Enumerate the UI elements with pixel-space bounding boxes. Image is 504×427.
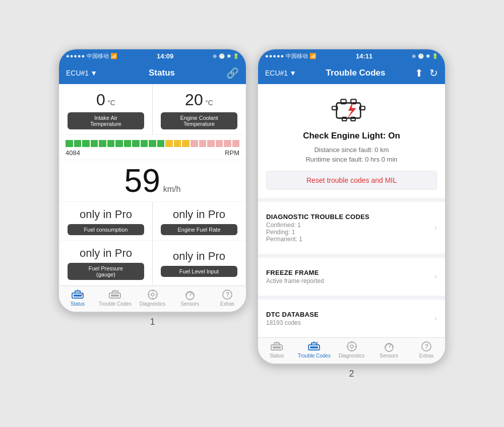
tab-sensors-2[interactable]: Sensors xyxy=(370,341,408,359)
freeze-frame-row[interactable]: FREEZE FRAME Active frame reported › xyxy=(266,264,437,290)
freeze-frame-title: FREEZE FRAME xyxy=(266,269,324,276)
trouble-tab-icon-2: ! xyxy=(307,341,321,352)
pro-label-1[interactable]: Engine Fuel Rate xyxy=(161,224,237,235)
tab-status-2[interactable]: Status xyxy=(258,341,295,359)
sensors-tab-icon-2 xyxy=(383,341,396,352)
tab-bar-1: Status ! Trouble Codes xyxy=(59,286,246,312)
iat-value: 0 xyxy=(96,91,105,109)
page-number-1: 1 xyxy=(150,317,155,327)
svg-text:?: ? xyxy=(425,343,428,350)
pro-grid-1: only in Pro Fuel consumption only in Pro… xyxy=(59,202,245,240)
tc-content: Check Engine Light: On Distance since fa… xyxy=(258,84,445,337)
ecu-selector-1[interactable]: ECU#1 ▼ xyxy=(66,69,97,77)
pro-text-3: only in Pro xyxy=(173,250,225,263)
phone1: ●●●●● 中国移动 📶 14:09 ⊕ 🕐 ✱ 🔋 ECU#1 ▼ xyxy=(58,48,247,313)
dtc-confirmed: Confirmed: 1 xyxy=(266,222,301,229)
tab-sensors-1[interactable]: Sensors xyxy=(171,289,209,307)
diag-tab-icon-2 xyxy=(345,341,358,352)
tab-status-label-1: Status xyxy=(71,301,85,307)
dtc-sub: Confirmed: 1 Pending: 1 Permanent: 1 xyxy=(266,222,369,243)
extras-tab-icon-2: ? xyxy=(420,341,433,352)
distance-text: Distance since fault: 0 km xyxy=(314,146,389,154)
dtc-row-left: DIAGNOSTIC TROUBLE CODES Confirmed: 1 Pe… xyxy=(266,213,369,243)
tab-extras-label-2: Extras xyxy=(419,353,433,359)
dtc-chevron: › xyxy=(434,223,437,232)
dtc-db-chevron: › xyxy=(434,314,437,323)
tab-diagnostics-1[interactable]: Diagnostics xyxy=(134,289,171,307)
tab-trouble-label-1: Trouble Codes xyxy=(99,301,132,307)
time-2: 14:11 xyxy=(356,52,372,60)
rpm-value: 4084 xyxy=(66,149,80,157)
dtc-title: DIAGNOSTIC TROUBLE CODES xyxy=(266,213,369,221)
tab-trouble-2[interactable]: ! Trouble Codes xyxy=(295,341,333,359)
svg-text:?: ? xyxy=(226,291,229,298)
svg-text:!: ! xyxy=(118,289,119,294)
alarm-icon-1: ⊕ xyxy=(213,53,217,59)
pro-label-2[interactable]: Fuel Pressure(gauge) xyxy=(68,263,144,280)
tab-sensors-label-1: Sensors xyxy=(180,301,199,307)
dtc-permanent: Permanent: 1 xyxy=(266,236,302,243)
rpm-unit: RPM xyxy=(225,149,239,157)
pro-label-3[interactable]: Fuel Level Input xyxy=(161,266,237,277)
wifi-icon-1: 📶 xyxy=(110,53,117,59)
content-1: 0 °C Intake AirTemperature 20 °C Engine … xyxy=(59,85,246,285)
status-bar-right-1: ⊕ 🕐 ✱ 🔋 xyxy=(213,53,239,59)
carrier-1: 中国移动 xyxy=(87,52,109,60)
bluetooth-icon-1: ✱ xyxy=(227,53,231,59)
tab-diag-label-1: Diagnostics xyxy=(140,301,166,307)
runtime-text: Runtime since fault: 0 hrs 0 min xyxy=(305,156,397,163)
speed-unit: km/h xyxy=(163,185,181,194)
pro-text-1: only in Pro xyxy=(173,208,225,221)
status-tab-icon-1 xyxy=(71,289,84,300)
diag-tab-icon-1 xyxy=(146,289,159,300)
iat-unit: °C xyxy=(107,99,115,107)
wrench-icon-1[interactable]: 🔗 xyxy=(226,67,239,79)
rpm-section: 4084 RPM xyxy=(59,135,245,160)
page-title-1: Status xyxy=(149,68,175,78)
tab-extras-2[interactable]: ? Extras xyxy=(408,341,445,359)
tab-bar-2: Status ! Trouble Codes xyxy=(258,337,445,364)
pro-text-0: only in Pro xyxy=(80,208,132,221)
pro-label-0[interactable]: Fuel consumption xyxy=(68,224,144,235)
svg-rect-1 xyxy=(74,295,82,297)
pro-cell-fuel-consumption: only in Pro Fuel consumption xyxy=(59,202,152,240)
svg-rect-27 xyxy=(273,346,281,348)
tab-trouble-1[interactable]: ! Trouble Codes xyxy=(96,289,134,307)
freeze-frame-left: FREEZE FRAME Active frame reported xyxy=(266,269,324,284)
dtc-db-row[interactable]: DTC DATABASE 18193 codes › xyxy=(266,306,437,331)
clock-icon-2: 🕐 xyxy=(418,53,424,59)
tab-status-label-2: Status xyxy=(270,353,284,359)
rpm-row: 4084 RPM xyxy=(66,149,239,157)
ect-label[interactable]: Engine CoolantTemperature xyxy=(161,112,237,129)
refresh-icon-2[interactable]: ↻ xyxy=(429,67,438,79)
page-number-2: 2 xyxy=(349,369,354,379)
phone2: ●●●●● 中国移动 📶 14:11 ⊕ 🕐 ✱ 🔋 ECU#1 ▼ xyxy=(257,48,446,365)
svg-rect-5 xyxy=(111,295,119,297)
reset-button[interactable]: Reset trouble codes and MIL xyxy=(266,171,437,190)
iat-label[interactable]: Intake AirTemperature xyxy=(68,112,144,129)
freeze-frame-section: FREEZE FRAME Active frame reported › xyxy=(258,258,445,296)
share-icon-2[interactable]: ⬆ xyxy=(415,67,423,79)
ecu-selector-2[interactable]: ECU#1 ▼ xyxy=(265,69,296,77)
svg-rect-23 xyxy=(342,117,346,120)
battery-icon-2: 🔋 xyxy=(432,53,438,59)
tab-diagnostics-2[interactable]: Diagnostics xyxy=(333,341,370,359)
pro-cell-fuel-rate: only in Pro Engine Fuel Rate xyxy=(153,202,245,240)
status-bar-1: ●●●●● 中国移动 📶 14:09 ⊕ 🕐 ✱ 🔋 xyxy=(59,49,246,63)
ecu-label-2: ECU#1 xyxy=(265,69,288,77)
svg-point-9 xyxy=(151,293,154,296)
tab-extras-1[interactable]: ? Extras xyxy=(209,289,246,307)
ect-value-wrap: 20 °C xyxy=(185,91,213,109)
carrier-2: 中国移动 xyxy=(286,52,308,60)
check-engine-title: Check Engine Light: On xyxy=(303,131,400,141)
ect-value: 20 xyxy=(185,91,203,109)
sensor-grid-1: 0 °C Intake AirTemperature 20 °C Engine … xyxy=(59,85,245,134)
signal-dots-2: ●●●●● xyxy=(265,53,284,59)
dtc-row[interactable]: DIAGNOSTIC TROUBLE CODES Confirmed: 1 Pe… xyxy=(266,208,437,248)
freeze-frame-sub: Active frame reported xyxy=(266,277,324,284)
svg-text:!: ! xyxy=(317,341,319,345)
check-engine-section: Check Engine Light: On Distance since fa… xyxy=(258,84,445,198)
speed-section: 59 km/h xyxy=(59,160,245,201)
nav-bar-2: ECU#1 ▼ Trouble Codes ⬆ ↻ xyxy=(258,63,445,84)
tab-status-1[interactable]: Status xyxy=(59,289,96,307)
